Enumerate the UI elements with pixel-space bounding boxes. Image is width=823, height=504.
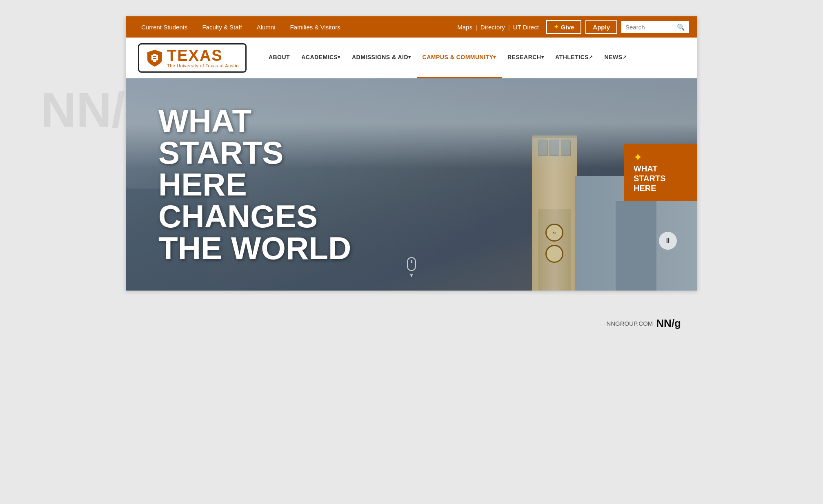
logo-texas-text: TEXAS	[167, 48, 223, 63]
page-wrapper: Current Students Faculty & Staff Alumni …	[126, 16, 697, 291]
logo-subtext: The University of Texas at Austin	[167, 63, 239, 68]
svg-rect-4	[156, 55, 158, 60]
mouse-icon	[407, 257, 416, 271]
top-bar-left-nav: Current Students Faculty & Staff Alumni …	[134, 16, 348, 38]
nav-athletics[interactable]: ATHLETICS	[549, 38, 599, 78]
nav-admissions[interactable]: ADMISSIONS & AID	[346, 38, 417, 78]
scroll-indicator: ▼	[407, 257, 416, 278]
directory-link[interactable]: Directory	[477, 24, 508, 31]
hero-text: WHAT STARTS HERE CHANGES THE WORLD	[158, 105, 351, 264]
give-label: Give	[561, 24, 574, 31]
nav-families-visitors[interactable]: Families & Visitors	[283, 16, 348, 38]
site-logo[interactable]: TEXAS The University of Texas at Austin	[138, 43, 247, 73]
nngroup-badge: NNGROUP.COM NN/g	[606, 317, 681, 330]
nav-about[interactable]: ABOUT	[263, 38, 296, 78]
nav-alumni[interactable]: Alumni	[249, 16, 283, 38]
hero-section: XII WHAT STARTS HERE CHANGES THE WORLD	[126, 78, 697, 291]
nav-faculty-staff[interactable]: Faculty & Staff	[195, 16, 249, 38]
badge-star: ✦	[634, 152, 642, 163]
star-icon: ✦	[554, 23, 559, 31]
utdirect-link[interactable]: UT Direct	[510, 24, 542, 31]
svg-rect-3	[151, 55, 153, 60]
logo-text-block: TEXAS The University of Texas at Austin	[167, 48, 239, 68]
svg-rect-0	[153, 54, 156, 56]
nav-academics[interactable]: ACADEMICS	[296, 38, 346, 78]
utility-links: Maps | Directory | UT Direct	[454, 24, 542, 31]
search-box: 🔍	[621, 21, 689, 33]
mouse-dot	[411, 260, 412, 263]
svg-rect-2	[153, 59, 156, 62]
search-icon: 🔍	[677, 24, 685, 31]
footer-area: NNGROUP.COM NN/g	[126, 307, 697, 340]
scroll-arrow: ▼	[409, 273, 414, 278]
site-header: TEXAS The University of Texas at Austin …	[126, 38, 697, 78]
nngroup-logo: NN/g	[656, 317, 681, 330]
pause-button[interactable]: ⏸	[659, 232, 677, 250]
give-button[interactable]: ✦ Give	[546, 20, 582, 34]
nav-news[interactable]: NEWS	[599, 38, 633, 78]
top-bar: Current Students Faculty & Staff Alumni …	[126, 16, 697, 38]
apply-button[interactable]: Apply	[585, 20, 617, 34]
nav-current-students[interactable]: Current Students	[134, 16, 195, 38]
top-bar-right-nav: Maps | Directory | UT Direct ✦ Give Appl…	[454, 20, 689, 34]
search-input[interactable]	[625, 24, 674, 31]
main-nav: ABOUT ACADEMICS ADMISSIONS & AID CAMPUS …	[263, 38, 685, 78]
search-button[interactable]: 🔍	[677, 23, 685, 31]
pause-icon: ⏸	[664, 237, 672, 245]
hero-headline: WHAT STARTS HERE CHANGES THE WORLD	[158, 105, 351, 264]
maps-link[interactable]: Maps	[454, 24, 476, 31]
badge-text: WHAT STARTS HERE	[634, 164, 687, 193]
nngroup-url: NNGROUP.COM	[606, 320, 653, 327]
apply-label: Apply	[593, 24, 610, 31]
ut-shield-icon	[146, 49, 164, 67]
nav-campus-community[interactable]: CAMPUS & COMMUNITY	[417, 38, 502, 78]
what-starts-here-badge: ✦ WHAT STARTS HERE	[624, 144, 697, 201]
nav-research[interactable]: RESEARCH	[502, 38, 549, 78]
